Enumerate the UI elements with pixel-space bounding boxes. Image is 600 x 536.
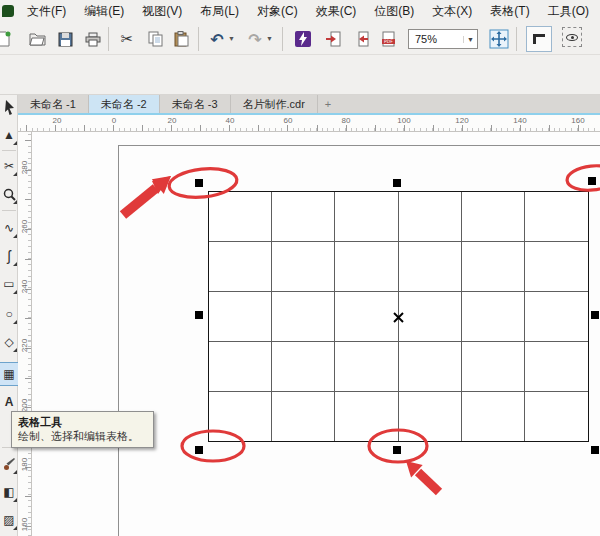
crop-tool[interactable]: ✂ bbox=[0, 155, 18, 177]
import-button[interactable] bbox=[322, 28, 344, 50]
table-cell[interactable] bbox=[525, 292, 588, 342]
table-cell[interactable] bbox=[272, 192, 335, 242]
table-cell[interactable] bbox=[462, 392, 525, 441]
svg-text:PDF: PDF bbox=[384, 39, 393, 44]
table-cell[interactable] bbox=[399, 342, 462, 392]
vruler-label: 280 bbox=[20, 158, 29, 178]
menu-bitmaps[interactable]: 位图(B) bbox=[365, 0, 423, 22]
menu-tools[interactable]: 工具(O) bbox=[539, 0, 598, 22]
polygon-tool[interactable]: ◇ bbox=[0, 331, 18, 353]
vruler-label: 160 bbox=[20, 515, 29, 535]
artistic-media-icon: ʃ bbox=[7, 248, 10, 264]
fit-page-button[interactable] bbox=[488, 28, 510, 50]
table-cell[interactable] bbox=[335, 242, 398, 292]
menu-view[interactable]: 视图(V) bbox=[133, 0, 191, 22]
export-button[interactable] bbox=[350, 28, 372, 50]
tab-untitled-3[interactable]: 未命名 -3 bbox=[160, 95, 231, 113]
table-cell[interactable] bbox=[335, 292, 398, 342]
undo-button[interactable]: ↶ bbox=[206, 28, 228, 50]
tab-business-card[interactable]: 名片制作.cdr bbox=[231, 95, 318, 113]
menu-table[interactable]: 表格(T) bbox=[481, 0, 538, 22]
table-cell[interactable] bbox=[272, 342, 335, 392]
table-cell[interactable] bbox=[209, 192, 272, 242]
interactive-fill-icon: ◧ bbox=[3, 485, 14, 499]
table-cell[interactable] bbox=[209, 242, 272, 292]
cut-button[interactable]: ✂ bbox=[116, 28, 138, 50]
toolbox-separator bbox=[2, 210, 16, 211]
rectangle-tool[interactable]: ▭ bbox=[0, 273, 18, 295]
menu-layout[interactable]: 布局(L) bbox=[191, 0, 248, 22]
pick-tool[interactable] bbox=[0, 96, 18, 118]
hruler-label: 140 bbox=[513, 116, 526, 125]
table-cell[interactable] bbox=[525, 392, 588, 441]
table-cell[interactable] bbox=[272, 242, 335, 292]
hruler-label: 20 bbox=[53, 116, 62, 125]
open-button[interactable] bbox=[26, 28, 48, 50]
artistic-media-tool[interactable]: ʃ bbox=[0, 245, 18, 267]
color-eyedropper-tool[interactable] bbox=[0, 453, 18, 475]
table-cell[interactable] bbox=[272, 392, 335, 441]
table-cell[interactable] bbox=[525, 192, 588, 242]
vertical-ruler[interactable]: 280 260 240 220 200 180 160 bbox=[18, 132, 32, 536]
toolbar-separator bbox=[108, 27, 109, 51]
paste-button[interactable] bbox=[170, 28, 192, 50]
menu-object[interactable]: 对象(C) bbox=[248, 0, 307, 22]
table-cell[interactable] bbox=[209, 342, 272, 392]
zoom-level-select[interactable]: 75% ▼ bbox=[408, 29, 478, 49]
menu-file[interactable]: 文件(F) bbox=[18, 0, 75, 22]
table-cell[interactable] bbox=[399, 392, 462, 441]
hruler-label: 160 bbox=[571, 116, 584, 125]
table-cell[interactable] bbox=[462, 192, 525, 242]
freehand-tool[interactable]: ∿ bbox=[0, 217, 18, 239]
text-tool[interactable]: A bbox=[0, 391, 18, 413]
interactive-fill-tool[interactable]: ◧ bbox=[0, 481, 18, 503]
table-cell[interactable] bbox=[462, 242, 525, 292]
table-cell[interactable] bbox=[209, 392, 272, 441]
tab-untitled-2[interactable]: 未命名 -2 bbox=[89, 95, 160, 113]
vruler-label: 240 bbox=[20, 277, 29, 297]
table-cell[interactable] bbox=[462, 342, 525, 392]
vruler-label: 180 bbox=[20, 455, 29, 475]
horizontal-ruler[interactable]: 20 0 20 40 60 80 100 120 140 160 bbox=[18, 115, 600, 132]
app-launcher-button[interactable] bbox=[292, 28, 314, 50]
vruler-label: 220 bbox=[20, 336, 29, 356]
shape-tool[interactable]: ▲ bbox=[0, 124, 18, 146]
undo-dropdown-arrow[interactable]: ▼ bbox=[228, 35, 235, 42]
new-document-button[interactable] bbox=[0, 28, 14, 50]
mesh-fill-tool[interactable]: ▨ bbox=[0, 509, 18, 531]
new-tab-button[interactable]: + bbox=[318, 95, 338, 113]
corner-border-icon bbox=[533, 34, 545, 44]
menu-edit[interactable]: 编辑(E) bbox=[75, 0, 133, 22]
redo-button[interactable]: ↷ bbox=[244, 28, 266, 50]
table-grid[interactable] bbox=[208, 191, 589, 442]
table-cell[interactable] bbox=[272, 292, 335, 342]
table-cell[interactable] bbox=[335, 392, 398, 441]
copy-button[interactable] bbox=[144, 28, 166, 50]
table-cell[interactable] bbox=[399, 192, 462, 242]
table-cell[interactable] bbox=[525, 342, 588, 392]
ellipse-icon: ○ bbox=[5, 307, 12, 321]
table-cell[interactable] bbox=[399, 292, 462, 342]
table-cell[interactable] bbox=[399, 242, 462, 292]
toolbar-separator bbox=[198, 27, 199, 51]
print-button[interactable] bbox=[82, 28, 104, 50]
table-cell[interactable] bbox=[335, 192, 398, 242]
menu-text[interactable]: 文本(X) bbox=[423, 0, 481, 22]
zoom-dropdown-arrow[interactable]: ▼ bbox=[463, 36, 477, 43]
border-select-button[interactable] bbox=[526, 26, 552, 52]
table-cell[interactable] bbox=[209, 292, 272, 342]
hruler-label: 100 bbox=[397, 116, 410, 125]
redo-dropdown-arrow[interactable]: ▼ bbox=[266, 35, 273, 42]
zoom-tool[interactable] bbox=[0, 183, 18, 205]
drawing-canvas[interactable] bbox=[32, 132, 600, 536]
table-cell[interactable] bbox=[462, 292, 525, 342]
tab-untitled-1[interactable]: 未命名 -1 bbox=[18, 95, 89, 113]
menu-effects[interactable]: 效果(C) bbox=[307, 0, 366, 22]
table-tool[interactable]: ▦ bbox=[0, 363, 18, 385]
table-cell[interactable] bbox=[525, 242, 588, 292]
show-grid-button[interactable] bbox=[562, 27, 582, 47]
save-button[interactable] bbox=[54, 28, 76, 50]
table-cell[interactable] bbox=[335, 342, 398, 392]
publish-pdf-button[interactable]: PDF bbox=[378, 28, 400, 50]
ellipse-tool[interactable]: ○ bbox=[0, 303, 18, 325]
